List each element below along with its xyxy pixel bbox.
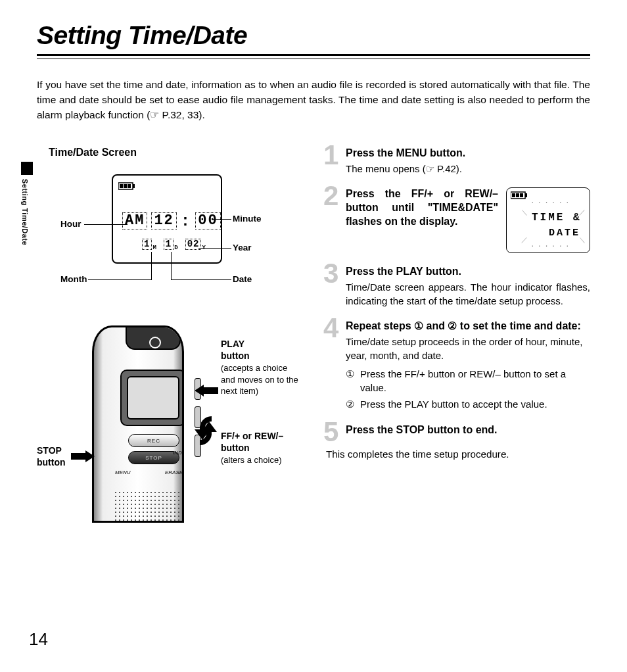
leader-month-h [88, 279, 151, 280]
play-callout: PLAY button (accepts a choice and moves … [221, 339, 300, 398]
leader-hour [84, 224, 128, 225]
circled-2: ② [346, 397, 356, 411]
lcd-month: 1 [142, 239, 152, 250]
leader-month-v [151, 252, 152, 280]
arrow-updown-icon [192, 411, 220, 450]
sublist-item: ① Press the FF/+ button or REW/– button … [346, 367, 590, 395]
step-4: 4 Repeat steps ① and ② to set the time a… [326, 320, 590, 411]
step-4-title: Repeat steps ① and ② to set the time and… [346, 320, 590, 333]
play-callout-sub: button [221, 350, 250, 361]
leader-date-h [171, 279, 231, 280]
stop-button-illus: STOP [128, 451, 179, 464]
lcd-date: 1 [164, 239, 174, 250]
svg-rect-9 [520, 193, 523, 197]
step-1-title: Press the MENU button. [346, 147, 590, 160]
svg-rect-2 [120, 184, 123, 188]
play-callout-desc: (accepts a choice and moves on to the ne… [221, 363, 298, 396]
step-3-body: Time/Date screen appears. The hour indic… [346, 280, 590, 308]
side-tab-label: Setting Time/Date [21, 179, 29, 245]
lcd-row-time: AM 12 : 00 [122, 212, 221, 230]
step-4-sublist: ① Press the FF/+ button or REW/– button … [346, 367, 590, 412]
svg-rect-6 [525, 193, 527, 197]
page-title: Setting Time/Date [37, 21, 590, 50]
title-rule-thin [37, 59, 590, 59]
speaker-grille [114, 491, 184, 523]
page-number: 14 [29, 629, 48, 650]
mini-dots-bottom: ······ [530, 242, 572, 250]
lcd-ampm: AM [122, 212, 147, 229]
manual-page: Setting Time/Date If you have set the ti… [0, 0, 627, 672]
step-1-body: The menu opens (☞ P.42). [346, 162, 590, 176]
arrow-left-icon [195, 385, 218, 396]
mini-lcd-line2: DATE [549, 228, 580, 239]
sublist-text: Press the FF/+ button or REW/– button to… [360, 367, 590, 395]
recorder-top [126, 327, 181, 350]
timedate-heading: Time/Date Screen [49, 147, 306, 158]
callout-year: Year [233, 243, 252, 252]
intro-paragraph: If you have set the time and date, infor… [37, 78, 590, 123]
lcd-colon: : [181, 212, 191, 230]
rec-button: REC [128, 434, 179, 447]
sublist-item: ② Press the PLAY button to accept the va… [346, 397, 590, 411]
leader-year [198, 248, 231, 249]
right-column: 1 Press the MENU button. The menu opens … [326, 147, 590, 536]
play-callout-title: PLAY [221, 339, 244, 349]
ffrew-callout: FF/+ or REW/– button (alters a choice) [221, 431, 306, 466]
step-4-num: 4 [323, 314, 338, 342]
lcd-d-mark: D [174, 245, 178, 251]
svg-rect-8 [516, 193, 519, 197]
lcd-minute: 00 [195, 212, 220, 229]
spark-icon: ＼ [579, 235, 586, 245]
leader-date-v [171, 252, 172, 280]
step-5: 5 Press the STOP button to end. [326, 423, 590, 437]
stop-callout: STOP button [37, 445, 74, 469]
svg-rect-1 [133, 184, 135, 188]
left-column: Time/Date Screen AM 12 : 00 1M 1D [37, 147, 306, 536]
step-2-num: 2 [323, 182, 338, 210]
callout-hour: Hour [60, 219, 81, 229]
spark-icon: ／ [521, 235, 528, 245]
sublist-text: Press the PLAY button to accept the valu… [360, 397, 547, 411]
columns: Time/Date Screen AM 12 : 00 1M 1D [37, 147, 590, 536]
svg-rect-3 [124, 184, 127, 188]
step-3: 3 Press the PLAY button. Time/Date scree… [326, 265, 590, 308]
mini-dots-top: ······ [530, 199, 572, 206]
callout-minute: Minute [233, 214, 262, 224]
lcd-row-date: 1M 1D 02Y [142, 239, 206, 251]
circled-1: ① [346, 367, 356, 395]
ffrew-callout-sub: button [221, 443, 250, 453]
recorder: REC STOP INDEX MENU ERASE [79, 319, 197, 529]
battery-icon [511, 191, 528, 199]
battery-icon [118, 181, 135, 189]
lcd-hour: 12 [151, 212, 176, 229]
mini-lcd: ······ ＼ ／ TIME & DATE ／ ＼ ······ [506, 187, 590, 253]
recorder-screen [120, 370, 184, 426]
ffrew-callout-title: FF/+ or REW/– [221, 431, 283, 441]
callout-date: Date [233, 274, 252, 284]
erase-label: ERASE [165, 469, 183, 475]
step-5-num: 5 [323, 418, 338, 446]
lcd-m-mark: M [152, 245, 156, 251]
step-1-num: 1 [323, 141, 338, 169]
arrow-right-icon [71, 450, 95, 462]
closing-text: This completes the time setup procedure. [326, 448, 590, 460]
spark-icon: ＼ [521, 208, 528, 217]
stop-callout-title: STOP [37, 445, 62, 456]
step-2-title: Press the FF/+ or REW/– button until "TI… [346, 187, 498, 228]
ffrew-callout-desc: (alters a choice) [221, 455, 281, 465]
lcd-box: AM 12 : 00 1M 1D 02Y [112, 174, 222, 264]
stop-callout-sub: button [37, 457, 66, 468]
menu-label: MENU [115, 469, 131, 475]
svg-rect-4 [128, 184, 131, 188]
index-label: INDEX [173, 450, 184, 456]
callout-month: Month [60, 274, 87, 284]
step-2: 2 Press the FF/+ or REW/– button until "… [326, 187, 590, 253]
side-tab-marker [21, 162, 33, 175]
step-5-title: Press the STOP button to end. [346, 423, 590, 437]
svg-rect-7 [512, 193, 515, 197]
title-rule-thick [37, 54, 590, 56]
lcd-diagram: AM 12 : 00 1M 1D 02Y Hour Minute [49, 174, 285, 306]
recorder-body: REC STOP INDEX MENU ERASE [92, 325, 184, 523]
device-diagram: REC STOP INDEX MENU ERASE STO [37, 319, 306, 536]
step-3-title: Press the PLAY button. [346, 265, 590, 279]
